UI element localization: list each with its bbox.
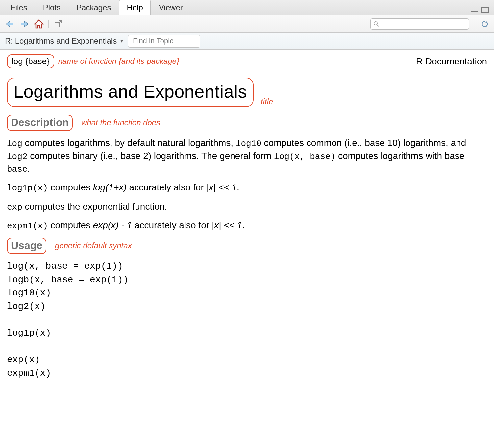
code-exp: exp <box>7 202 22 212</box>
description-paragraph-4: expm1(x) computes exp(x) - 1 accurately … <box>7 219 487 232</box>
code-log1p: log1p(x) <box>7 183 48 193</box>
description-paragraph-2: log1p(x) computes log(1+x) accurately al… <box>7 181 487 194</box>
help-search-input[interactable] <box>379 20 466 28</box>
refresh-button[interactable] <box>480 19 490 29</box>
help-title: Logarithms and Exponentials <box>7 78 254 107</box>
tab-files[interactable]: Files <box>3 0 35 15</box>
svg-line-4 <box>377 25 379 26</box>
section-description: Description <box>7 115 73 131</box>
tab-help[interactable]: Help <box>119 0 150 15</box>
toolbar-separator <box>48 20 49 28</box>
chevron-down-icon: ▼ <box>119 38 124 44</box>
forward-button[interactable] <box>19 18 30 30</box>
code-logxbase: log(x, base) <box>274 152 335 162</box>
code-base: base <box>7 164 27 174</box>
help-crumb-bar: R: Logarithms and Exponentials ▼ <box>0 33 494 50</box>
code-log: log <box>7 139 22 149</box>
section-description-heading: Description <box>11 115 69 130</box>
find-in-topic-input[interactable] <box>128 35 200 48</box>
annotation-usage: generic default syntax <box>55 240 132 251</box>
search-icon <box>373 21 379 27</box>
tab-viewer[interactable]: Viewer <box>151 0 190 15</box>
section-usage: Usage <box>7 238 46 254</box>
help-search[interactable] <box>370 18 469 30</box>
svg-rect-1 <box>481 7 488 12</box>
maximize-pane-icon[interactable] <box>481 7 489 13</box>
tab-packages[interactable]: Packages <box>69 0 118 15</box>
usage-code-block: log(x, base = exp(1)) logb(x, base = exp… <box>7 260 487 380</box>
code-expm1: expm1(x) <box>7 221 48 231</box>
annotation-fn-badge: name of function {and its package} <box>58 56 179 66</box>
minimize-pane-icon[interactable] <box>470 7 479 12</box>
popout-button[interactable] <box>53 18 64 30</box>
description-paragraph-1: log computes logarithms, by default natu… <box>7 137 487 175</box>
svg-rect-0 <box>471 11 478 12</box>
help-toolbar <box>0 15 494 33</box>
r-documentation-label: R Documentation <box>416 55 487 68</box>
back-button[interactable] <box>4 18 15 30</box>
pane-tabstrip: Files Plots Packages Help Viewer <box>0 0 494 15</box>
home-button[interactable] <box>33 18 44 30</box>
description-paragraph-3: exp computes the exponential function. <box>7 200 487 213</box>
code-log2: log2 <box>7 152 27 162</box>
annotation-title: title <box>261 96 273 107</box>
help-title-text: Logarithms and Exponentials <box>13 80 247 104</box>
svg-point-3 <box>374 22 377 25</box>
svg-rect-2 <box>55 22 60 27</box>
function-name-badge: log {base} <box>7 54 54 68</box>
help-content: log {base} name of function {and its pac… <box>0 50 494 385</box>
section-usage-heading: Usage <box>11 238 42 253</box>
annotation-description: what the function does <box>81 117 160 128</box>
tab-plots[interactable]: Plots <box>36 0 68 15</box>
toolbar-separator-2 <box>473 20 473 28</box>
help-topic-dropdown[interactable]: R: Logarithms and Exponentials ▼ <box>5 37 124 46</box>
code-log10: log10 <box>236 139 261 149</box>
help-topic-label: R: Logarithms and Exponentials <box>5 37 117 46</box>
